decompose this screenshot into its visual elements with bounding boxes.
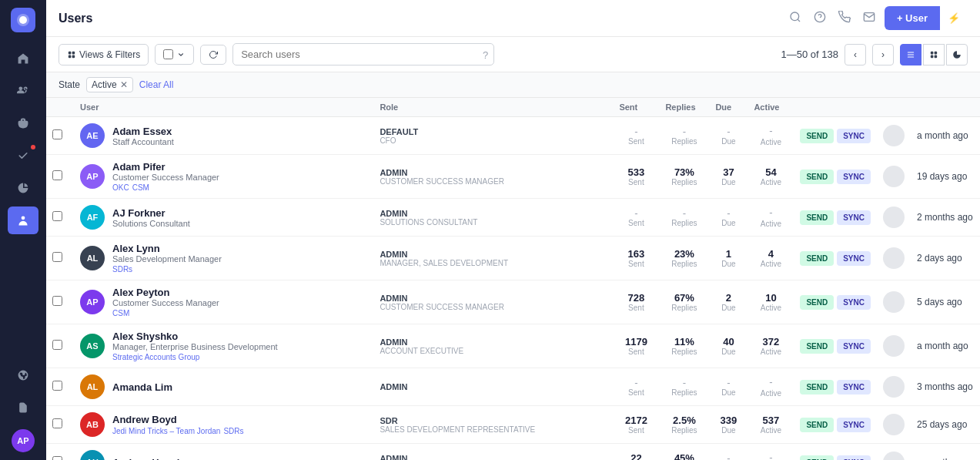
sync-button[interactable]: SYNC xyxy=(837,418,871,432)
sidebar-item-analytics[interactable] xyxy=(8,174,38,202)
user-avatar[interactable]: AE xyxy=(80,123,105,148)
row-checkbox-cell[interactable] xyxy=(46,117,74,155)
sync-button[interactable]: SYNC xyxy=(837,129,871,143)
sync-button[interactable]: SYNC xyxy=(837,295,871,310)
row-checkbox[interactable] xyxy=(52,170,62,180)
send-button[interactable]: SEND xyxy=(800,455,834,461)
mail-icon[interactable] xyxy=(863,11,875,26)
row-checkbox-cell[interactable] xyxy=(46,237,74,280)
grid-view-button[interactable] xyxy=(923,44,945,65)
send-button[interactable]: SEND xyxy=(800,339,834,354)
row-checkbox[interactable] xyxy=(52,381,62,391)
sync-button[interactable]: SYNC xyxy=(837,251,871,266)
remove-filter-button[interactable]: ✕ xyxy=(120,79,128,90)
user-avatar[interactable]: AP xyxy=(80,164,105,189)
user-tag[interactable]: CSM xyxy=(112,309,129,317)
row-checkbox-cell[interactable] xyxy=(46,368,74,406)
refresh-button[interactable] xyxy=(200,45,226,65)
prev-page-button[interactable]: ‹ xyxy=(845,44,866,65)
page-header: Users + User ⚡ xyxy=(46,0,980,37)
user-name[interactable]: AJ Forkner xyxy=(112,207,190,219)
search-help-icon[interactable]: ? xyxy=(483,49,488,60)
header-icons xyxy=(789,11,875,26)
due-cell: - Due xyxy=(709,368,748,406)
send-button[interactable]: SEND xyxy=(800,380,834,395)
user-avatar[interactable]: AF xyxy=(80,205,105,230)
row-checkbox[interactable] xyxy=(52,418,62,428)
user-name[interactable]: Adam Essex xyxy=(112,126,174,137)
user-tag[interactable]: OKC xyxy=(112,183,129,192)
send-button[interactable]: SEND xyxy=(800,129,834,143)
clear-all-button[interactable]: Clear All xyxy=(139,79,174,90)
current-user-avatar[interactable]: AP xyxy=(12,429,35,452)
row-checkbox[interactable] xyxy=(52,252,62,262)
col-header-time xyxy=(911,98,980,117)
next-page-button[interactable]: › xyxy=(872,44,894,65)
select-all-checkbox[interactable] xyxy=(163,49,173,59)
send-button[interactable]: SEND xyxy=(800,295,834,310)
list-view-button[interactable] xyxy=(900,44,921,65)
add-user-button[interactable]: + User xyxy=(885,6,940,30)
user-avatar[interactable]: AL xyxy=(80,246,105,270)
send-button[interactable]: SEND xyxy=(800,210,834,225)
sync-button[interactable]: SYNC xyxy=(837,170,871,184)
table-row: AF AJ Forkner Solutions Consultant ADMIN… xyxy=(46,199,980,237)
row-checkbox[interactable] xyxy=(52,296,62,306)
chart-view-button[interactable] xyxy=(946,44,968,65)
phone-icon[interactable] xyxy=(838,11,851,26)
row-checkbox-cell[interactable] xyxy=(46,324,74,368)
row-checkbox-cell[interactable] xyxy=(46,444,74,461)
row-checkbox-cell[interactable] xyxy=(46,406,74,444)
select-btn[interactable] xyxy=(155,44,194,65)
search-icon[interactable] xyxy=(789,11,801,26)
send-button[interactable]: SEND xyxy=(800,418,834,432)
user-name[interactable]: Alex Peyton xyxy=(112,287,219,298)
user-avatar[interactable]: AS xyxy=(80,334,105,358)
lightning-button[interactable]: ⚡ xyxy=(940,6,968,30)
user-avatar[interactable]: AB xyxy=(80,412,105,437)
user-name[interactable]: Alex Shyshko xyxy=(112,331,278,342)
sync-button[interactable]: SYNC xyxy=(837,455,871,461)
user-tag[interactable]: Strategic Accounts Group xyxy=(112,353,199,361)
row-checkbox[interactable] xyxy=(52,340,62,350)
sidebar-item-tasks[interactable] xyxy=(8,142,38,170)
user-avatar[interactable]: AP xyxy=(80,290,105,314)
user-name[interactable]: Andrew Boyd xyxy=(112,414,244,425)
search-input[interactable] xyxy=(232,43,494,65)
row-checkbox-cell[interactable] xyxy=(46,199,74,237)
user-tag[interactable]: CSM xyxy=(132,183,149,192)
sidebar-item-users-group[interactable] xyxy=(8,77,38,105)
sidebar-item-users[interactable] xyxy=(8,206,38,234)
col-header-actions xyxy=(794,98,877,117)
user-avatar[interactable]: AL xyxy=(80,374,105,399)
row-checkbox-cell[interactable] xyxy=(46,155,74,199)
sidebar-item-globe[interactable] xyxy=(8,361,38,389)
user-name[interactable]: Alex Lynn xyxy=(112,243,222,254)
sidebar-item-briefcase[interactable] xyxy=(8,109,38,137)
user-tag[interactable]: SDRs xyxy=(112,265,132,274)
sync-button[interactable]: SYNC xyxy=(837,339,871,354)
user-tag[interactable]: Jedi Mind Tricks – Team Jordan xyxy=(112,427,220,435)
user-name[interactable]: Amanda Lim xyxy=(112,381,172,393)
row-checkbox[interactable] xyxy=(52,456,62,460)
user-avatar[interactable]: AH xyxy=(80,450,105,460)
row-checkbox-cell[interactable] xyxy=(46,280,74,324)
sync-button[interactable]: SYNC xyxy=(837,380,871,395)
sidebar-item-home[interactable] xyxy=(8,45,38,72)
row-checkbox[interactable] xyxy=(52,129,62,139)
user-tag[interactable]: SDRs xyxy=(223,427,243,435)
table-row: AL Amanda Lim ADMIN - Sent - Replies - xyxy=(46,368,980,406)
search-container: ? xyxy=(232,43,494,65)
user-name[interactable]: Adam Pifer xyxy=(112,161,219,173)
send-button[interactable]: SEND xyxy=(800,170,834,184)
pagination-text: 1—50 of 138 xyxy=(781,49,838,60)
row-checkbox[interactable] xyxy=(52,211,62,221)
add-user-btn-group: + User ⚡ xyxy=(885,6,968,30)
user-name[interactable]: Andrew Henningsen xyxy=(112,457,209,461)
send-button[interactable]: SEND xyxy=(800,251,834,266)
sync-button[interactable]: SYNC xyxy=(837,210,871,225)
col-header-user: User xyxy=(74,98,373,117)
help-icon[interactable] xyxy=(814,11,826,26)
sidebar-item-reports[interactable] xyxy=(8,394,38,421)
views-filters-button[interactable]: Views & Filters xyxy=(59,44,149,65)
